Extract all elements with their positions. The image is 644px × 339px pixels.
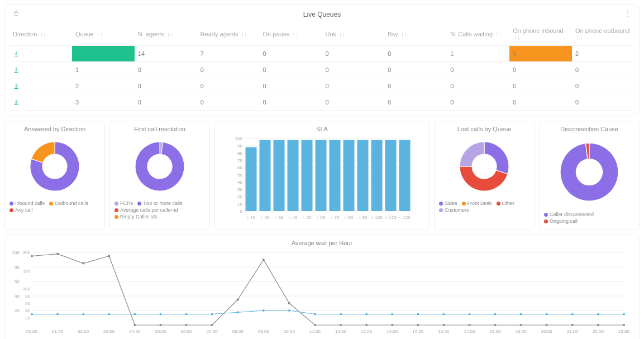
table-cell: 3 — [72, 94, 135, 111]
table-cell: 0 — [197, 62, 260, 78]
column-header[interactable]: Queue ↑↓ — [72, 23, 135, 46]
svg-point-108 — [546, 313, 548, 316]
table-cell: 0 — [384, 94, 447, 111]
column-header[interactable]: Direction ↑↓ — [9, 23, 72, 46]
sort-icon: ↑↓ — [97, 31, 103, 37]
svg-point-111 — [623, 313, 625, 316]
table-cell: 0 — [322, 78, 384, 94]
legend-item: Caller disconnected — [544, 212, 594, 217]
table-row: 100000000 — [9, 62, 635, 78]
svg-text:14:00: 14:00 — [387, 329, 398, 334]
svg-rect-43 — [385, 140, 396, 211]
table-cell: 0 — [260, 111, 322, 112]
svg-text:80: 80 — [237, 151, 242, 156]
chart-title: Disconnection Cause — [560, 126, 618, 132]
sort-icon: ↑↓ — [339, 31, 345, 37]
table-cell — [9, 78, 72, 94]
svg-rect-33 — [315, 140, 326, 211]
table-cell: 0 — [447, 78, 509, 94]
live-queues-panel: Live Queues ⋮ Direction ↑↓Queue ↑↓N. age… — [4, 4, 640, 116]
svg-text:15:00: 15:00 — [412, 329, 424, 334]
svg-text:00:00: 00:00 — [26, 329, 38, 334]
download-icon[interactable] — [13, 50, 69, 57]
table-cell: 0 — [509, 111, 572, 112]
svg-text:20: 20 — [25, 316, 30, 321]
table-cell: 0 — [572, 94, 635, 111]
svg-text:70: 70 — [237, 158, 242, 163]
svg-text:60: 60 — [237, 165, 242, 170]
svg-text:< 50: < 50 — [302, 215, 311, 220]
svg-text:40: 40 — [15, 294, 20, 299]
svg-point-92 — [133, 313, 136, 316]
column-header[interactable]: On phone outbound ↑↓ — [572, 23, 635, 46]
svg-point-87 — [623, 324, 625, 326]
legend-item: Sales — [439, 200, 457, 206]
column-header[interactable]: N. Calls waiting ↑↓ — [447, 23, 509, 46]
table-cell: 0 — [447, 111, 509, 112]
svg-text:60: 60 — [15, 279, 20, 284]
legend-item: Inbound calls — [9, 200, 45, 206]
column-header[interactable]: On phone inbound ↑↓ — [509, 23, 572, 46]
table-cell: 1 — [384, 111, 447, 112]
column-header[interactable]: On pause ↑↓ — [260, 23, 322, 46]
table-cell: 0 — [322, 94, 384, 111]
download-icon[interactable] — [13, 83, 69, 89]
svg-point-95 — [211, 313, 213, 316]
svg-text:60: 60 — [25, 301, 30, 306]
svg-point-91 — [108, 313, 110, 316]
svg-point-104 — [442, 313, 445, 316]
legend-item: Outbound calls — [49, 200, 88, 206]
svg-point-75 — [314, 324, 316, 326]
table-cell — [9, 62, 72, 78]
table-title: Live Queues — [303, 11, 341, 18]
svg-point-99 — [314, 313, 316, 316]
table-cell: First Level — [72, 111, 135, 112]
svg-text:100: 100 — [235, 136, 242, 141]
svg-text:80: 80 — [15, 265, 20, 270]
svg-point-80 — [442, 324, 445, 326]
column-header[interactable]: Ready agents ↑↓ — [197, 23, 260, 46]
svg-text:< 100: < 100 — [371, 215, 383, 220]
svg-point-72 — [237, 299, 239, 301]
table-cell: 0 — [384, 46, 447, 62]
svg-text:19:00: 19:00 — [516, 329, 527, 334]
svg-text:17:00: 17:00 — [464, 329, 475, 334]
svg-text:18:00: 18:00 — [490, 329, 502, 334]
svg-point-65 — [56, 253, 59, 255]
svg-point-105 — [468, 313, 470, 316]
sort-icon: ↑↓ — [495, 31, 502, 37]
live-queues-table: Direction ↑↓Queue ↑↓N. agents ↑↓Ready ag… — [9, 23, 635, 111]
svg-rect-35 — [329, 140, 340, 211]
svg-rect-0 — [15, 13, 18, 16]
svg-point-106 — [494, 313, 497, 316]
table-cell: 0 — [197, 78, 260, 94]
download-icon[interactable] — [13, 99, 69, 106]
legend-item: Any call — [9, 207, 33, 213]
svg-text:23:00: 23:00 — [618, 329, 629, 334]
table-row: First Level00001000 — [9, 111, 635, 112]
table-cell: 0 — [197, 94, 260, 111]
svg-text:< 30: < 30 — [274, 215, 283, 220]
table-cell: 0 — [447, 94, 509, 111]
svg-point-77 — [365, 324, 368, 326]
svg-point-110 — [597, 313, 599, 316]
table-cell: 0 — [572, 78, 635, 94]
table-scroll[interactable]: Direction ↑↓Queue ↑↓N. agents ↑↓Ready ag… — [9, 23, 635, 111]
column-header[interactable]: N. agents ↑↓ — [135, 23, 197, 46]
svg-text:< 60: < 60 — [316, 215, 325, 220]
svg-point-84 — [546, 324, 548, 326]
table-cell: 0 — [572, 111, 635, 112]
table-cell: 2 — [572, 46, 635, 62]
column-header[interactable]: Unk ↑↓ — [322, 23, 384, 46]
column-header[interactable]: Bsy ↑↓ — [384, 23, 447, 46]
more-icon[interactable]: ⋮ — [624, 9, 631, 17]
svg-rect-41 — [371, 140, 382, 211]
table-cell: 0 — [509, 62, 572, 78]
download-icon[interactable] — [13, 66, 69, 73]
svg-text:09:00: 09:00 — [258, 329, 270, 334]
sort-icon: ↑↓ — [241, 31, 247, 37]
svg-rect-25 — [259, 140, 270, 211]
answered-chart: Answered by Direction Inbound callsOutbo… — [4, 121, 105, 230]
table-cell: 0 — [384, 78, 447, 94]
table-cell — [9, 94, 72, 111]
